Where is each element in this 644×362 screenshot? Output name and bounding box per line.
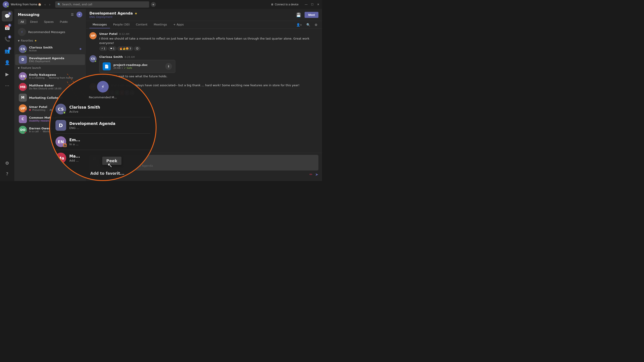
umar-msg-reactions: ⚡1 ❤1 🔥👍🤩3 😊 [99,46,318,51]
clarissa-status: Active [29,49,77,52]
chat-header: Development Agenda ★ ENG Deployment 💾 Me… [86,9,322,21]
send-button[interactable]: ➤ [315,172,318,177]
connect-label: Connect to a device [275,3,298,6]
umar-msg-avatar: UP [90,32,96,39]
sidebar-item-settings[interactable]: ⚙ [2,158,12,168]
filter-tab-public[interactable]: Public [57,19,70,24]
chat-item-dev-agenda[interactable]: D Development Agenda ENG Deployment [15,54,85,65]
emily-avatar: EN [19,72,27,80]
reaction-heart[interactable]: ❤1 [108,46,116,51]
nav-arrows: ‹ › [43,2,52,7]
overlay-item-clarissa[interactable]: CS Clarissa Smith Active [56,101,150,117]
recommended-label: Recommended Messages [28,30,65,34]
clarissa-avatar: CS [19,45,27,53]
tab-messages[interactable]: Messages [90,21,110,28]
reaction-smile[interactable]: 😊 [134,46,140,51]
chat-header-right: 💾 Meet [295,12,318,18]
sidebar-item-calls[interactable]: 📞 1 [2,34,12,45]
contacts-icon: 👤 [4,60,10,65]
search-placeholder: Search, meet, and call [62,3,92,6]
title-bar: C Working from home 🏠 ‹ › 🔍 Search, meet… [0,0,322,9]
clarissa-unread-dot [80,48,82,50]
calls-badge: 1 [8,35,11,38]
umar-msg-content: Umar Patel 8:12 AM I think we should all… [99,32,318,51]
video-badge: 🎥 [63,143,67,147]
save-icon[interactable]: 💾 [295,12,302,18]
reaction-lightning[interactable]: ⚡1 [99,46,107,51]
close-button[interactable]: ✕ [317,3,319,6]
nav-rail: 💬 5 📅 1 📞 1 👥 1 👤 ▶ ··· ⚙ ? [0,9,14,181]
chat-title-row: Development Agenda ★ [90,11,137,15]
sidebar-header-actions: ☰ + [70,12,82,17]
marketing-avatar: M [19,94,27,102]
tab-meetings[interactable]: Meetings [150,21,170,28]
maximize-button[interactable]: ☐ [311,3,314,6]
chat-star-icon[interactable]: ★ [134,12,138,15]
favorites-label: Favorites [21,39,33,42]
user-avatar[interactable]: C [3,1,9,7]
edit-button[interactable]: ✏ [308,171,313,177]
activity-icon: ▶ [5,71,9,77]
dev-agenda-avatar: D [19,56,27,64]
connect-device-button[interactable]: 🖥 Connect to a device [271,3,298,6]
filter-tab-all[interactable]: All [18,19,26,24]
clarissa-msg-header: Clarissa Smith 8:28 AM [99,55,318,58]
clarissa-status-dot [24,51,26,53]
add-people-icon[interactable]: 👤+ [296,22,303,27]
overlay-item-dev-agenda[interactable]: D Development Agenda ENG ... [56,117,150,134]
overlay-emily-info: Em... In a ... [69,138,150,146]
tab-apps[interactable]: + Apps [170,21,187,28]
tab-content[interactable]: Content [133,21,151,28]
common-metrics-avatar: C [19,115,27,123]
sidebar-item-more[interactable]: ··· [2,80,12,91]
add-button[interactable]: + [151,2,156,7]
sidebar-header: Messaging ☰ + [14,9,86,19]
reaction-fire[interactable]: 🔥👍🤩3 [118,46,133,51]
bullet: • [122,67,123,69]
file-doc-icon: 📄 [103,62,111,70]
sidebar-item-chat[interactable]: 💬 5 [2,11,12,21]
umar-msg-header: Umar Patel 8:12 AM [99,32,318,35]
sidebar-title: Messaging [18,12,39,17]
overlay-clarissa-status-text: Active [69,110,150,113]
recommended-messages-item[interactable]: ⚡ Recommended Messages [14,26,86,38]
search-chat-icon[interactable]: 🔍 [306,22,311,27]
chat-header-left: Development Agenda ★ ENG Deployment [90,11,137,18]
file-attachment: 📄 project-roadmap.doc 24 KB • ✓ Safe ⬇ [99,60,175,73]
main-layout: 💬 5 📅 1 📞 1 👥 1 👤 ▶ ··· ⚙ ? [0,9,322,181]
overlay-emily-sub: In a ... [69,143,150,146]
meet-button[interactable]: Meet [304,12,318,18]
file-name: project-roadmap.doc [113,63,162,67]
sidebar-item-activity[interactable]: ▶ [2,69,12,79]
feature-launch-section-header[interactable]: ▼ Feature launch [14,65,86,71]
back-button[interactable]: ‹ [43,2,47,7]
minimize-button[interactable]: — [305,3,308,6]
filter-button[interactable]: ☰ [70,12,75,17]
tab-people[interactable]: People (30) [110,21,133,28]
add-favorite-label: Add to favorit... [90,171,124,176]
filter-tab-direct[interactable]: Direct [27,19,40,24]
new-chat-button[interactable]: + [76,12,82,17]
overlay-circle: ⚡ Recommended M... CS Clarissa Smith Act… [49,74,156,181]
sidebar-item-contacts[interactable]: 👤 [2,57,12,68]
download-button[interactable]: ⬇ [165,63,172,70]
overlay-item-emily[interactable]: EN 🎥 Em... In a ... [56,134,150,150]
settings-chat-icon[interactable]: ⚙ [314,22,318,27]
emily-status: In a meeting · Working from home [29,76,82,79]
sidebar-item-calendar[interactable]: 📅 1 [2,22,12,33]
sidebar-item-people[interactable]: 👥 1 [2,45,12,56]
emily-name: Emily Nakagawa [29,73,82,76]
search-bar[interactable]: 🔍 Search, meet, and call [55,1,149,7]
sidebar-item-help[interactable]: ? [2,168,12,179]
file-size: 24 KB [113,67,120,69]
emily-status-dot [24,78,26,80]
favorites-section-header[interactable]: ▼ Favorites ★ [14,38,86,43]
filter-tab-spaces[interactable]: Spaces [41,19,56,24]
forward-button[interactable]: › [48,2,52,7]
filter-tabs: All Direct Spaces Public [14,19,86,26]
chat-item-emily[interactable]: EN Emily Nakagawa In a meeting · Working… [15,71,85,81]
chevron-down-icon: ▼ [18,39,20,42]
overlay-ma-avatar: Ma [56,153,66,163]
overlay-clarissa-info: Clarissa Smith Active [69,105,150,113]
chat-item-clarissa[interactable]: CS Clarissa Smith Active [15,43,85,54]
